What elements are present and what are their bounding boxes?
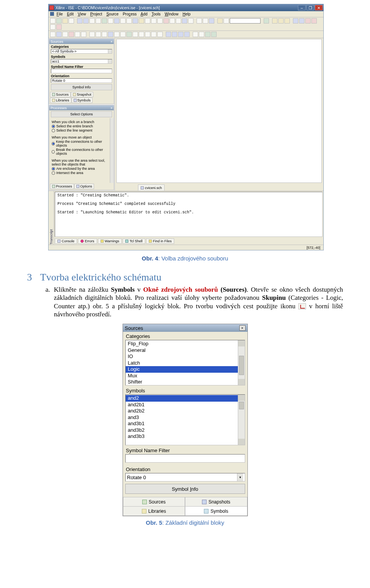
toolbar-icon[interactable] bbox=[96, 18, 101, 24]
menu-edit[interactable]: Edit bbox=[67, 12, 74, 16]
toolbar-icon[interactable] bbox=[102, 18, 107, 24]
list-item[interactable]: and2b2 bbox=[126, 408, 238, 414]
toolbar-icon[interactable] bbox=[56, 18, 62, 24]
toolbar-icon[interactable] bbox=[108, 18, 113, 24]
toolbar-icon[interactable] bbox=[114, 18, 119, 24]
menu-process[interactable]: Process bbox=[123, 12, 136, 16]
panel-close-icon[interactable]: × bbox=[111, 40, 113, 44]
toolbar-icon[interactable] bbox=[172, 32, 177, 37]
toolbar-icon[interactable] bbox=[199, 32, 204, 37]
radio-option[interactable]: Select the line segment bbox=[52, 128, 108, 132]
tab-snapshots[interactable]: Snapshots bbox=[185, 497, 247, 507]
toolbar-icon[interactable] bbox=[145, 32, 150, 37]
categories-listbox[interactable]: Flip_Flop General IO Latch Logic Mux Shi… bbox=[125, 340, 245, 385]
toolbar-icon[interactable] bbox=[62, 18, 68, 24]
scrollbar[interactable] bbox=[238, 340, 245, 385]
list-item[interactable]: and3b3 bbox=[126, 433, 238, 440]
tab-libraries[interactable]: Libraries bbox=[123, 507, 185, 516]
menu-bar[interactable]: File Edit View Project Source Process Ad… bbox=[49, 11, 323, 17]
toolbar-icon[interactable] bbox=[293, 18, 298, 24]
orientation-select[interactable]: Rotate 0 bbox=[51, 78, 112, 83]
tab-libraries[interactable]: Libraries bbox=[50, 98, 71, 103]
toolbar-icon[interactable] bbox=[197, 18, 202, 24]
scrollbar[interactable] bbox=[238, 395, 245, 445]
list-item[interactable]: Shifter bbox=[126, 379, 238, 385]
toolbar-icon[interactable] bbox=[193, 32, 198, 37]
tab-sources[interactable]: Sources bbox=[50, 92, 71, 97]
toolbar-icon[interactable] bbox=[96, 32, 101, 37]
radio-option[interactable]: Keep the connections to other objects bbox=[52, 140, 108, 147]
symbols-listbox[interactable]: acc1 bbox=[51, 59, 112, 64]
menu-file[interactable]: File bbox=[57, 12, 63, 16]
toolbar-icon[interactable] bbox=[133, 32, 138, 37]
toolbar-dropdown[interactable] bbox=[230, 18, 261, 24]
menu-view[interactable]: View bbox=[78, 12, 86, 16]
tab-warnings[interactable]: Warnings bbox=[98, 238, 122, 244]
toolbar-icon[interactable] bbox=[311, 18, 317, 24]
tab-symbols[interactable]: Symbols bbox=[72, 98, 93, 103]
toolbar-icon[interactable] bbox=[188, 18, 193, 24]
tab-tcl-shell[interactable]: Tcl Shell bbox=[123, 238, 145, 244]
mdi-system-icon[interactable] bbox=[50, 12, 54, 16]
toolbar-icon[interactable] bbox=[81, 32, 86, 37]
tab-symbols[interactable]: Symbols bbox=[185, 507, 247, 516]
toolbar-icon[interactable] bbox=[50, 32, 56, 37]
menu-project[interactable]: Project bbox=[90, 12, 102, 16]
scrollbar[interactable] bbox=[110, 118, 114, 183]
toolbar-icon[interactable] bbox=[50, 24, 56, 30]
toolbar-icon[interactable] bbox=[205, 32, 210, 37]
list-item[interactable]: General bbox=[126, 347, 238, 354]
toolbar-icon[interactable] bbox=[120, 18, 126, 24]
list-item[interactable]: IO bbox=[126, 353, 238, 360]
toolbar-icon[interactable] bbox=[166, 32, 171, 37]
radio-option[interactable]: Intersect the area bbox=[52, 171, 108, 175]
radio-option[interactable]: Select the entire branch bbox=[52, 124, 108, 128]
toolbar-icon[interactable] bbox=[56, 24, 62, 30]
console-vertical-tab[interactable]: Transcript bbox=[49, 191, 54, 245]
symbol-name-filter-input[interactable] bbox=[51, 69, 112, 73]
select-options-button[interactable]: Select Options bbox=[51, 111, 112, 117]
toolbar-icon[interactable] bbox=[50, 18, 56, 24]
toolbar-icon[interactable] bbox=[157, 18, 163, 24]
toolbar-icon[interactable] bbox=[139, 18, 144, 24]
toolbar-icon[interactable] bbox=[69, 18, 74, 24]
panel-close-button[interactable]: × bbox=[239, 325, 246, 331]
toolbar-icon[interactable] bbox=[108, 32, 113, 37]
toolbar-icon[interactable] bbox=[89, 32, 95, 37]
toolbar-icon[interactable] bbox=[224, 18, 229, 24]
toolbar-icon[interactable] bbox=[278, 18, 284, 24]
list-item[interactable]: Mux bbox=[126, 373, 238, 379]
list-item[interactable]: Flip_Flop bbox=[126, 341, 238, 347]
menu-help[interactable]: Help bbox=[183, 12, 191, 16]
toolbar-icon[interactable] bbox=[209, 18, 214, 24]
toolbar-icon[interactable] bbox=[217, 18, 223, 24]
minimize-button[interactable]: – bbox=[298, 5, 306, 10]
tab-options[interactable]: Options bbox=[74, 184, 94, 189]
toolbar-icon[interactable] bbox=[77, 18, 82, 24]
tab-processes[interactable]: Processes bbox=[50, 184, 74, 189]
toolbar-icon[interactable] bbox=[284, 18, 290, 24]
toolbar-icon[interactable] bbox=[211, 32, 217, 37]
tab-errors[interactable]: Errors bbox=[78, 238, 97, 244]
toolbar-icon[interactable] bbox=[176, 18, 181, 24]
symbols-listbox[interactable]: and2 and2b1 and2b2 and3 and3b1 and3b2 an… bbox=[125, 394, 245, 445]
toolbar-icon[interactable] bbox=[120, 32, 126, 37]
list-item[interactable]: and3 bbox=[126, 414, 238, 421]
list-item[interactable]: and3b2 bbox=[126, 427, 238, 434]
toolbar-icon[interactable] bbox=[182, 18, 187, 24]
symbol-info-button[interactable]: Symbol Info bbox=[125, 484, 245, 494]
toolbar-icon[interactable] bbox=[264, 18, 269, 24]
scrollbar[interactable] bbox=[108, 49, 112, 53]
list-item[interactable]: Latch bbox=[126, 360, 238, 367]
orientation-select[interactable]: Rotate 0 ▾ bbox=[125, 473, 245, 482]
menu-source[interactable]: Source bbox=[106, 12, 119, 16]
panel-close-icon[interactable]: × bbox=[111, 106, 113, 110]
toolbar-icon[interactable] bbox=[170, 18, 175, 24]
tab-sources[interactable]: Sources bbox=[123, 497, 185, 507]
tab-console[interactable]: Console bbox=[55, 238, 77, 244]
categories-listbox[interactable]: <-All Symbols-> bbox=[51, 49, 112, 54]
toolbar-icon[interactable] bbox=[203, 18, 208, 24]
menu-window[interactable]: Window bbox=[165, 12, 178, 16]
toolbar-icon[interactable] bbox=[151, 32, 156, 37]
toolbar-icon[interactable] bbox=[62, 32, 68, 37]
